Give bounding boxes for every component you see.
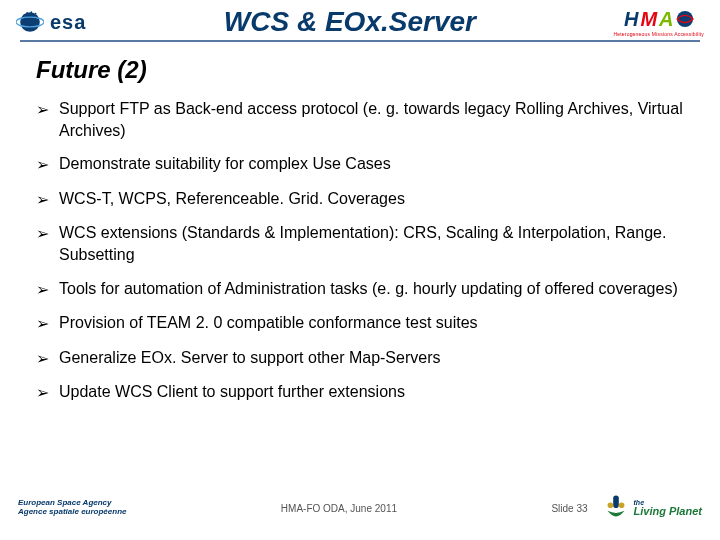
bullet-icon: ➢ <box>36 189 49 211</box>
living-planet-logo: the Living Planet <box>602 494 702 522</box>
footer: European Space Agency Agence spatiale eu… <box>0 484 720 540</box>
bullet-text: Demonstrate suitability for complex Use … <box>59 153 391 175</box>
hma-a: A <box>659 8 673 31</box>
living-planet-icon <box>602 494 630 522</box>
bullet-icon: ➢ <box>36 99 49 121</box>
list-item: ➢Tools for automation of Administration … <box>36 278 684 301</box>
svg-point-2 <box>24 14 26 16</box>
living-planet-l2: Living Planet <box>634 506 702 517</box>
list-item: ➢Demonstrate suitability for complex Use… <box>36 153 684 176</box>
bullet-icon: ➢ <box>36 279 49 301</box>
bullet-text: Support FTP as Back-end access protocol … <box>59 98 684 141</box>
bullet-text: WCS-T, WCPS, Referenceable. Grid. Covera… <box>59 188 405 210</box>
bullet-text: Generalize EOx. Server to support other … <box>59 347 441 369</box>
bullet-icon: ➢ <box>36 223 49 245</box>
slide-number: Slide 33 <box>551 503 587 514</box>
hma-logo: H M A Heterogeneous Missions Accessibili… <box>613 8 704 37</box>
footer-mid: HMA-FO ODA, June 2011 <box>126 503 551 514</box>
svg-point-4 <box>31 11 33 13</box>
slide: esa WCS & EOx.Server H M A Heterogeneous… <box>0 0 720 540</box>
esa-text: esa <box>50 11 86 34</box>
svg-point-6 <box>676 11 692 27</box>
hma-subtitle: Heterogeneous Missions Accessibility <box>613 31 704 37</box>
list-item: ➢Generalize EOx. Server to support other… <box>36 347 684 370</box>
content: Future (2) ➢Support FTP as Back-end acce… <box>0 42 720 484</box>
living-planet-label: the Living Planet <box>634 499 702 517</box>
bullet-text: Tools for automation of Administration t… <box>59 278 678 300</box>
bullet-text: Update WCS Client to support further ext… <box>59 381 405 403</box>
hma-acronym: H M A <box>624 8 694 31</box>
bullet-icon: ➢ <box>36 154 49 176</box>
list-item: ➢Provision of TEAM 2. 0 compatible confo… <box>36 312 684 335</box>
hma-m: M <box>640 8 657 31</box>
svg-point-0 <box>20 12 40 32</box>
esa-footer-text: European Space Agency Agence spatiale eu… <box>18 499 126 517</box>
bullet-icon: ➢ <box>36 313 49 335</box>
header: esa WCS & EOx.Server H M A Heterogeneous… <box>0 0 720 40</box>
bullet-text: Provision of TEAM 2. 0 compatible confor… <box>59 312 478 334</box>
svg-rect-7 <box>613 495 619 508</box>
subtitle: Future (2) <box>36 56 684 84</box>
svg-point-8 <box>607 502 613 508</box>
bullet-list: ➢Support FTP as Back-end access protocol… <box>36 98 684 404</box>
esa-globe-icon <box>16 8 44 36</box>
bullet-icon: ➢ <box>36 382 49 404</box>
esa-logo: esa <box>16 8 86 36</box>
hma-h: H <box>624 8 638 31</box>
svg-point-9 <box>618 502 624 508</box>
svg-point-5 <box>35 13 37 15</box>
page-title: WCS & EOx.Server <box>86 6 613 38</box>
bullet-text: WCS extensions (Standards & Implementati… <box>59 222 684 265</box>
svg-point-3 <box>26 12 28 14</box>
list-item: ➢WCS-T, WCPS, Referenceable. Grid. Cover… <box>36 188 684 211</box>
bullet-icon: ➢ <box>36 348 49 370</box>
hma-globe-icon <box>676 10 694 28</box>
list-item: ➢Update WCS Client to support further ex… <box>36 381 684 404</box>
esa-footer-line2: Agence spatiale européenne <box>18 508 126 517</box>
list-item: ➢Support FTP as Back-end access protocol… <box>36 98 684 141</box>
list-item: ➢WCS extensions (Standards & Implementat… <box>36 222 684 265</box>
